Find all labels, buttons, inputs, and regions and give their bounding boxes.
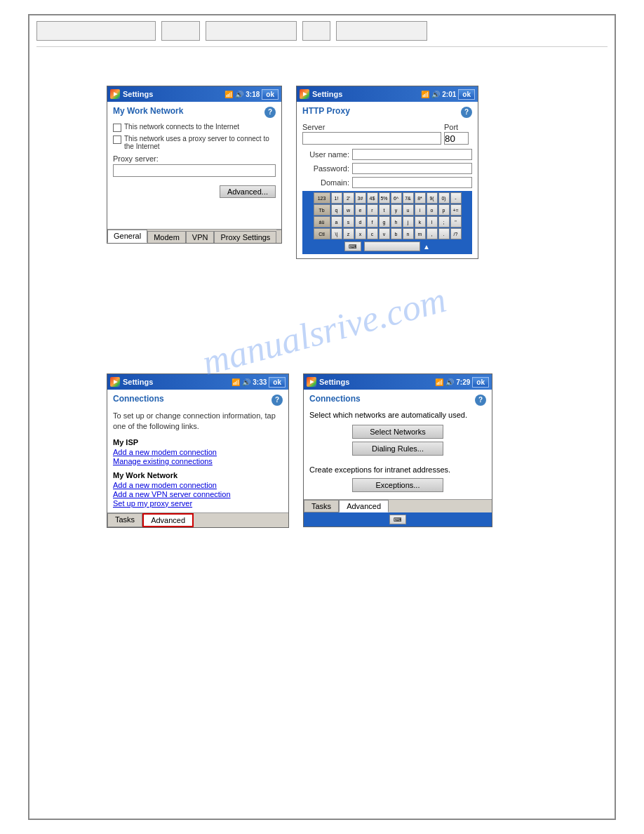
kb-9[interactable]: 9( — [427, 192, 438, 204]
kb-slash[interactable]: /? — [450, 228, 462, 239]
exceptions-button[interactable]: Exceptions... — [352, 478, 443, 492]
kb-m[interactable]: m — [415, 228, 426, 239]
kb-123[interactable]: 123 — [314, 192, 330, 204]
kb-g[interactable]: g — [379, 216, 390, 227]
kb-k[interactable]: k — [415, 216, 426, 227]
tab-proxy-settings[interactable]: Proxy Settings — [214, 231, 276, 243]
checkbox-proxy[interactable] — [113, 135, 121, 144]
kb-r[interactable]: r — [367, 204, 378, 216]
kb-3[interactable]: 3# — [355, 192, 366, 204]
win3-content: Connections ? To set up or change connec… — [107, 390, 288, 512]
tab-tasks-3[interactable]: Tasks — [107, 513, 142, 527]
isp-link-2[interactable]: Manage existing connections — [113, 457, 283, 465]
kb-o[interactable]: o — [427, 204, 438, 216]
kb-semi[interactable]: ; — [438, 216, 450, 227]
help-icon-3[interactable]: ? — [271, 395, 283, 406]
kb-4[interactable]: 4$ — [367, 192, 378, 204]
kb-8[interactable]: 8* — [415, 192, 426, 204]
advanced-button[interactable]: Advanced... — [220, 185, 276, 198]
kb-spacebar[interactable] — [364, 241, 420, 251]
kb-p[interactable]: p — [438, 204, 450, 216]
kb-h[interactable]: h — [391, 216, 402, 227]
kb-6[interactable]: 6^ — [391, 192, 402, 204]
kb-tab[interactable]: Tb — [314, 204, 330, 216]
kb-w[interactable]: w — [343, 204, 354, 216]
kb-dash[interactable]: - — [450, 192, 462, 204]
kb-s[interactable]: s — [343, 216, 354, 227]
kb-row-2: Tb q w e r t y u i o p += — [304, 204, 471, 216]
nav-item-1[interactable] — [36, 21, 156, 41]
kb-u[interactable]: u — [403, 204, 414, 216]
kb-quote[interactable]: " — [450, 216, 462, 227]
kb-period[interactable]: . — [438, 228, 450, 239]
kb-ctrl[interactable]: Ctl — [314, 228, 330, 239]
nav-item-5[interactable] — [336, 21, 427, 41]
kb-i[interactable]: i — [415, 204, 426, 216]
tab-general[interactable]: General — [107, 230, 147, 243]
kb-row-4: Ctl \| z x c v b n m , . /? — [304, 228, 471, 239]
dialing-rules-button[interactable]: Dialing Rules... — [352, 442, 443, 456]
work-link-2[interactable]: Add a new VPN server connection — [113, 490, 283, 498]
kb-comma[interactable]: , — [427, 228, 438, 239]
tab-advanced-4[interactable]: Advanced — [339, 500, 389, 512]
help-icon-2[interactable]: ? — [461, 107, 472, 118]
help-icon-1[interactable]: ? — [264, 107, 276, 118]
kb-icon[interactable]: ⌨ — [344, 241, 361, 251]
server-input[interactable] — [302, 132, 441, 145]
port-input[interactable] — [444, 132, 469, 145]
tab-modem[interactable]: Modem — [147, 231, 186, 243]
kb-b[interactable]: b — [391, 228, 402, 239]
work-link-3[interactable]: Set up my proxy server — [113, 499, 283, 508]
nav-item-2[interactable] — [161, 21, 200, 41]
kb-x[interactable]: x — [355, 228, 366, 239]
ok-button-1[interactable]: ok — [262, 89, 279, 100]
kb-5[interactable]: 5% — [379, 192, 390, 204]
kb-e[interactable]: e — [355, 204, 366, 216]
ok-button-2[interactable]: ok — [458, 89, 475, 100]
kb-y[interactable]: y — [391, 204, 402, 216]
kb-d[interactable]: d — [355, 216, 366, 227]
kb-footer-2: ⌨ ▲ — [304, 240, 471, 253]
kb-n[interactable]: n — [403, 228, 414, 239]
tab-bar-1: General Modem VPN Proxy Settings — [107, 229, 281, 243]
nav-item-3[interactable] — [206, 21, 297, 41]
kb-plus[interactable]: += — [450, 204, 462, 216]
kb-0[interactable]: 0) — [438, 192, 450, 204]
kb-v[interactable]: v — [379, 228, 390, 239]
password-input[interactable] — [352, 163, 472, 174]
proxy-server-input[interactable] — [113, 164, 276, 177]
kb-2[interactable]: 2' — [343, 192, 354, 204]
kb-j[interactable]: j — [403, 216, 414, 227]
kb-a[interactable]: a — [331, 216, 342, 227]
ok-button-3[interactable]: ok — [269, 377, 286, 388]
ok-button-4[interactable]: ok — [472, 377, 489, 388]
kb-q[interactable]: q — [331, 204, 342, 216]
nav-item-4[interactable] — [302, 21, 330, 41]
kb-1[interactable]: 1! — [331, 192, 342, 204]
kb-arrow-up[interactable]: ▲ — [423, 243, 430, 251]
tab-bar-3: Tasks Advanced — [107, 512, 288, 527]
antenna-icon-2: 📶 — [421, 91, 429, 98]
tab-tasks-4[interactable]: Tasks — [304, 500, 339, 512]
domain-input[interactable] — [352, 177, 472, 188]
kb-l[interactable]: l — [427, 216, 438, 227]
tab-advanced-3[interactable]: Advanced — [142, 513, 194, 527]
kb-accent[interactable]: áü — [314, 216, 330, 227]
help-icon-4[interactable]: ? — [475, 395, 486, 406]
isp-link-1[interactable]: Add a new modem connection — [113, 448, 283, 456]
work-link-1[interactable]: Add a new modem connection — [113, 481, 283, 489]
checkbox-internet[interactable] — [113, 124, 121, 132]
titlebar-right-3: 📶 🔊 3:33 ok — [232, 377, 286, 388]
tab-vpn[interactable]: VPN — [186, 231, 215, 243]
select-networks-button[interactable]: Select Networks — [352, 425, 443, 439]
kb-t[interactable]: t — [379, 204, 390, 216]
username-input[interactable] — [352, 149, 472, 160]
kb-c[interactable]: c — [367, 228, 378, 239]
sound-icon-4: 🔊 — [445, 378, 454, 386]
kb-z[interactable]: z — [343, 228, 354, 239]
kb-7[interactable]: 7& — [403, 192, 414, 204]
kb-f[interactable]: f — [367, 216, 378, 227]
kb-backslash[interactable]: \| — [331, 228, 342, 239]
titlebar-right-1: 📶 🔊 3:18 ok — [224, 89, 279, 100]
kb-icon-4[interactable]: ⌨ — [389, 515, 406, 524]
